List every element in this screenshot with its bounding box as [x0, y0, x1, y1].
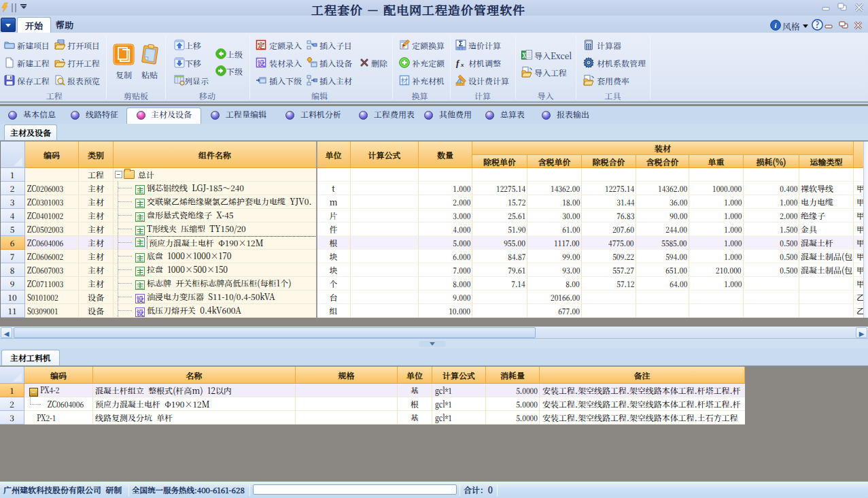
svg-text:材: 材: [401, 75, 409, 86]
svg-text:定: 定: [258, 39, 265, 50]
svg-text:x: x: [460, 61, 464, 68]
svg-text:设: 设: [258, 57, 266, 68]
svg-text:f: f: [456, 58, 460, 68]
svg-text:Σ: Σ: [459, 39, 463, 48]
svg-text:?: ?: [816, 19, 819, 30]
